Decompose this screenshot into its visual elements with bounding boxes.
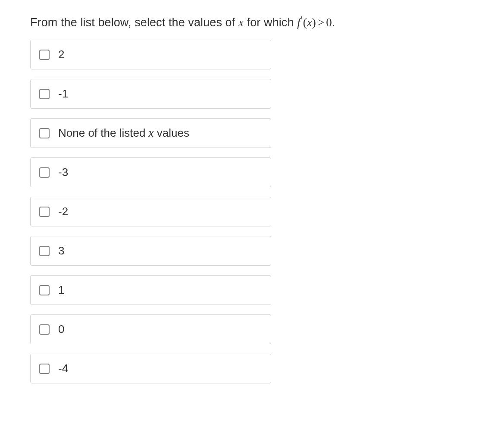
option-label: -1 bbox=[58, 87, 68, 100]
checkbox-icon[interactable] bbox=[39, 246, 50, 256]
question-container: From the list below, select the values o… bbox=[0, 0, 504, 401]
checkbox-icon[interactable] bbox=[39, 364, 50, 374]
question-prefix: From the list below, select the values o… bbox=[30, 16, 238, 29]
option-label: 3 bbox=[58, 244, 64, 257]
option-3[interactable]: -3 bbox=[30, 157, 271, 187]
rhs-zero: 0 bbox=[326, 16, 332, 29]
operator-gt: > bbox=[316, 16, 326, 29]
checkbox-icon[interactable] bbox=[39, 285, 50, 295]
option-label: -4 bbox=[58, 362, 68, 375]
checkbox-icon[interactable] bbox=[39, 128, 50, 138]
func-arg: x bbox=[307, 16, 312, 29]
option-2-prefix: None of the listed bbox=[58, 126, 149, 139]
option-4[interactable]: -2 bbox=[30, 197, 271, 226]
option-5[interactable]: 3 bbox=[30, 236, 271, 266]
option-0[interactable]: 2 bbox=[30, 40, 271, 69]
options-list: 2 -1 None of the listed x values -3 -2 3 bbox=[30, 40, 271, 383]
option-6[interactable]: 1 bbox=[30, 275, 271, 305]
checkbox-icon[interactable] bbox=[39, 89, 50, 99]
option-2-suffix: values bbox=[154, 126, 189, 139]
question-prompt: From the list below, select the values o… bbox=[30, 15, 474, 30]
option-label: -3 bbox=[58, 166, 68, 179]
question-var-x: x bbox=[238, 16, 244, 29]
question-middle: for which bbox=[244, 16, 297, 29]
checkbox-icon[interactable] bbox=[39, 50, 50, 60]
func-name: f bbox=[297, 16, 301, 29]
option-label: None of the listed x values bbox=[58, 126, 189, 140]
checkbox-icon[interactable] bbox=[39, 324, 50, 335]
option-8[interactable]: -4 bbox=[30, 354, 271, 383]
checkbox-icon[interactable] bbox=[39, 167, 50, 178]
option-label: -2 bbox=[58, 205, 68, 218]
open-paren: ( bbox=[303, 16, 307, 29]
option-1[interactable]: -1 bbox=[30, 79, 271, 109]
question-suffix: . bbox=[332, 16, 335, 29]
option-2-var: x bbox=[149, 126, 154, 139]
option-label: 1 bbox=[58, 283, 64, 297]
close-paren: ) bbox=[312, 16, 316, 29]
option-2[interactable]: None of the listed x values bbox=[30, 118, 271, 148]
checkbox-icon[interactable] bbox=[39, 207, 50, 217]
question-math-expression: f′(x)>0 bbox=[297, 16, 332, 29]
option-7[interactable]: 0 bbox=[30, 314, 271, 344]
option-label: 0 bbox=[58, 323, 64, 336]
option-label: 2 bbox=[58, 48, 64, 61]
